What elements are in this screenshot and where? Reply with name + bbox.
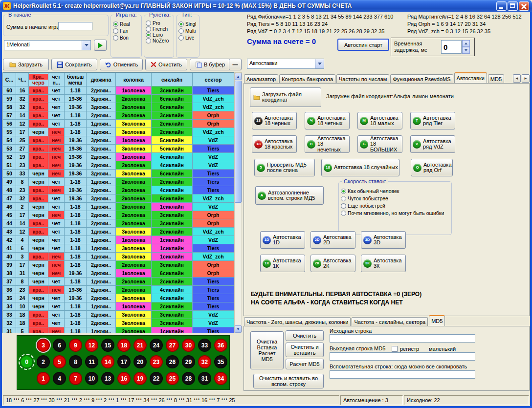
- main-tab[interactable]: Автоставки: [454, 72, 487, 83]
- main-tab[interactable]: Частоты по числам: [336, 74, 389, 83]
- table-row[interactable]: 3218кра..чет1-182дюжи..3колонка3сиклайнV…: [3, 319, 234, 327]
- autobet-button[interactable]: 18Автоставка 18 черных: [252, 112, 297, 129]
- board-number[interactable]: 18: [117, 339, 131, 352]
- bottom-tab[interactable]: Частота - Zero, шансы, дюжины, колонки: [244, 317, 351, 326]
- board-number[interactable]: 11: [85, 355, 98, 368]
- board-number[interactable]: 4: [53, 372, 66, 385]
- table-row[interactable]: 3410чернчет1-181дюжи..1колонка2сиклайнTi…: [3, 302, 234, 311]
- board-number[interactable]: 22: [150, 372, 163, 385]
- board-number[interactable]: 6: [53, 339, 66, 352]
- board-number[interactable]: 29: [182, 355, 195, 368]
- board-number-zero[interactable]: 0: [20, 355, 33, 368]
- table-row[interactable]: 3831черннеч19-363дюжи..1колонка6сиклайнO…: [3, 269, 234, 278]
- scrollbar-down-icon[interactable]: ▼: [235, 325, 242, 333]
- autobet-button[interactable]: ТАвтоставка ряд Tier: [410, 112, 455, 129]
- board-number[interactable]: 14: [101, 355, 114, 368]
- board-number[interactable]: 20: [133, 355, 147, 368]
- clear-paste-aux-button[interactable]: Очистить и вставить во вспом. строку: [253, 374, 324, 388]
- minus-button[interactable]: —: [229, 59, 242, 70]
- radio-option[interactable]: Bon: [113, 35, 139, 41]
- maximize-icon[interactable]: [508, 1, 518, 11]
- load-coords-button[interactable]: Загрузить файл координат: [250, 87, 321, 107]
- autobets-select[interactable]: Автоставки: [247, 59, 324, 69]
- table-row[interactable]: 5033черннеч19-363дюжи..3колонка6сиклайнT…: [3, 170, 234, 178]
- scrollbar-up-icon[interactable]: ▲: [235, 73, 242, 80]
- radio-option[interactable]: Pro: [146, 21, 172, 26]
- autobet-button[interactable]: 3DАвтоставка 3D: [361, 231, 406, 249]
- autobet-button[interactable]: НАвтоставка 18 нечетных: [305, 135, 350, 153]
- autobet-button[interactable]: 18Автоставка 18 красных: [252, 135, 297, 153]
- autobet-button[interactable]: ААвтозаполнение вспом. строки МД5: [255, 186, 324, 205]
- main-tab[interactable]: Контроль банкролла: [279, 74, 335, 83]
- table-scrollbar[interactable]: ▲ ▼: [234, 72, 242, 333]
- table-row[interactable]: 5327кра..неч19-363дюжи..3колонка5сиклайн…: [3, 145, 234, 153]
- board-number[interactable]: 33: [198, 339, 211, 352]
- column-header[interactable]: Кра..черв: [29, 73, 48, 86]
- bottom-tab[interactable]: MD5: [429, 315, 445, 326]
- board-number[interactable]: 5: [53, 355, 66, 368]
- toolbar-button[interactable]: Сохранить: [51, 59, 97, 70]
- column-header[interactable]: колонка: [116, 73, 152, 86]
- autobet-button[interactable]: ОАвтоставка ряд Orf: [411, 159, 453, 176]
- autobet-button[interactable]: 1DАвтоставка 1D: [260, 231, 305, 249]
- board-number[interactable]: 25: [166, 372, 179, 385]
- board-number[interactable]: 9: [69, 339, 82, 352]
- column-header[interactable]: дюжина: [87, 73, 116, 86]
- radio-option[interactable]: Чуток побыстрее: [341, 195, 449, 201]
- board-number[interactable]: 32: [198, 355, 211, 368]
- board-number[interactable]: 27: [166, 339, 179, 352]
- table-row[interactable]: 5517черннеч1-181дюжи..3колонка2сиклайнVd…: [3, 128, 234, 136]
- column-header[interactable]: сектор: [193, 73, 234, 86]
- autobet-button[interactable]: VАвтоставка ряд VdZ: [410, 135, 455, 153]
- board-number[interactable]: 26: [166, 355, 179, 368]
- radio-option[interactable]: Euro: [146, 32, 172, 38]
- bottom-tab[interactable]: Частота - сиклайны, сектора: [352, 317, 428, 326]
- autobet-button[interactable]: 18Автоставка 18 случайных: [321, 159, 399, 176]
- board-number[interactable]: 8: [69, 355, 82, 368]
- spinner-up-icon[interactable]: [462, 40, 470, 47]
- register-checkbox[interactable]: [392, 346, 398, 352]
- autobet-button[interactable]: 3КАвтоставка 3К: [361, 255, 406, 272]
- autobet-button[interactable]: 5Проверить МД5 после спина: [254, 159, 315, 176]
- table-row[interactable]: 5714кра..чет1-182дюжи..2колонка3сиклайнO…: [3, 111, 234, 120]
- delay-spinner[interactable]: 0: [441, 40, 471, 54]
- table-row[interactable]: 4517черннеч1-182дюжи..2колонка3сиклайнOr…: [3, 211, 234, 219]
- radio-option[interactable]: Live: [178, 35, 197, 41]
- toolbar-button[interactable]: В буфер: [190, 59, 231, 70]
- board-number[interactable]: 35: [214, 355, 227, 368]
- board-number[interactable]: 13: [101, 372, 114, 385]
- calc-md5-button[interactable]: Расчет MD5: [286, 359, 324, 369]
- table-row[interactable]: 378чернчет1-181дюжи..2колонка2сиклайнTie…: [3, 278, 234, 286]
- board-number[interactable]: 28: [182, 372, 195, 385]
- chevron-down-icon[interactable]: [315, 59, 324, 68]
- play-button[interactable]: [94, 40, 107, 51]
- autobet-button[interactable]: ЧАвтоставка 18 четных: [305, 112, 350, 129]
- main-tab[interactable]: Анализатор: [244, 74, 278, 83]
- table-row[interactable]: 4312кра..чет1-181дюжи..3колонка2сиклайнV…: [3, 228, 234, 236]
- table-row[interactable]: 4732кра..чет19-363дюжи..2колонка6сиклайн…: [3, 194, 234, 203]
- table-row[interactable]: 3623кра..неч19-362дюжи..2колонка4сиклайн…: [3, 286, 234, 294]
- minimize-icon[interactable]: [496, 1, 507, 11]
- board-number[interactable]: 21: [133, 339, 147, 352]
- board-number[interactable]: 3: [37, 339, 50, 352]
- aux-string-input[interactable]: [330, 370, 475, 379]
- table-row[interactable]: 4414кра..чет1-182дюжи..2колонка3сиклайнO…: [3, 219, 234, 228]
- tab-scroll-right-icon[interactable]: ►: [522, 74, 530, 83]
- board-number[interactable]: 24: [150, 339, 163, 352]
- radio-option[interactable]: Real: [113, 21, 139, 27]
- table-row[interactable]: 3318кра..чет1-182дюжи..3колонка3сиклайнV…: [3, 311, 234, 319]
- radio-option[interactable]: French: [146, 26, 172, 32]
- column-header[interactable]: сиклайн: [152, 73, 193, 86]
- table-row[interactable]: 462чернчет1-181дюжи..2колонка1сиклайнVdZ: [3, 203, 234, 211]
- close-icon[interactable]: [519, 1, 529, 11]
- autobet-button[interactable]: 1КАвтоставка 1К: [260, 255, 305, 272]
- board-number[interactable]: 19: [133, 372, 147, 385]
- board-number[interactable]: 31: [198, 372, 211, 385]
- radio-option[interactable]: NoZero: [146, 38, 172, 43]
- radio-option[interactable]: Почти мгновенно, но могут быть ошибки: [341, 210, 449, 216]
- column-header[interactable]: четн...: [48, 73, 65, 86]
- main-tab[interactable]: Функционал PsevdoMS: [390, 74, 453, 83]
- clear-button[interactable]: Очистить: [286, 330, 324, 341]
- board-number[interactable]: 36: [214, 339, 227, 352]
- board-number[interactable]: 15: [101, 339, 114, 352]
